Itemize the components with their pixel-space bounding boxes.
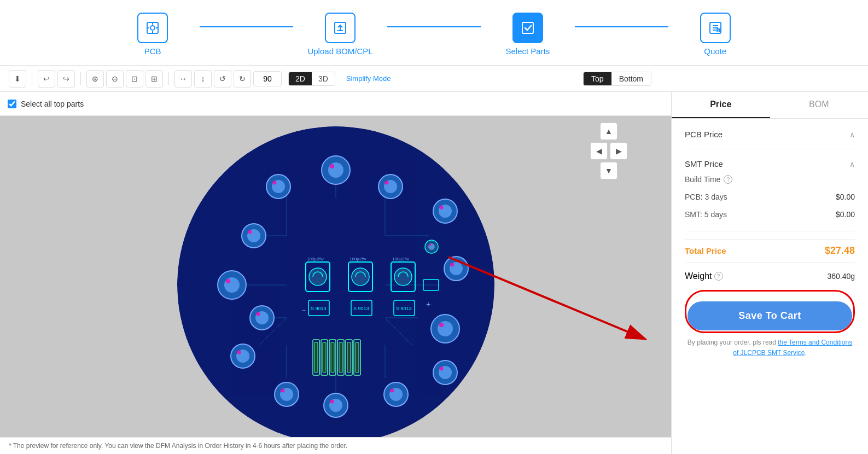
right-panel: Price BOM PCB Price ∧ SMT Price ∧ (671, 92, 868, 454)
panel-tabs: Price BOM (672, 92, 868, 119)
flip-v-btn[interactable]: ↕ (194, 70, 212, 88)
svg-point-105 (429, 244, 431, 246)
svg-rect-96 (314, 342, 318, 372)
smt-price-title: SMT Price (685, 159, 723, 168)
upload-step-icon (325, 13, 356, 43)
smt-days-label: SMT: 5 days (685, 210, 727, 219)
svg-point-36 (272, 181, 276, 185)
wizard-line-2 (387, 26, 481, 27)
build-time-help-icon[interactable]: ? (724, 175, 732, 184)
weight-help-icon[interactable]: ? (714, 272, 723, 281)
svg-rect-97 (323, 342, 326, 372)
pcb-step-icon (137, 13, 168, 43)
wizard-line-1 (200, 26, 293, 27)
nav-down-btn[interactable]: ▼ (600, 162, 617, 179)
wizard-step-quote[interactable]: $ Quote (668, 13, 762, 56)
svg-point-75 (309, 268, 327, 286)
rotate-cw-btn[interactable]: ↻ (234, 70, 251, 88)
redo-btn[interactable]: ↪ (57, 70, 75, 88)
save-cart-wrapper: Save To Cart (685, 290, 855, 333)
pcb-days-label: PCB: 3 days (685, 193, 727, 201)
svg-point-63 (390, 389, 394, 393)
svg-point-72 (439, 367, 443, 371)
svg-text:100µ25v: 100µ25v (349, 257, 366, 261)
panel-body: PCB Price ∧ SMT Price ∧ Build Time ? (672, 119, 868, 454)
terms-suffix: . (805, 349, 806, 357)
wizard-steps: PCB Upload BOM/CPL Selec (106, 13, 762, 56)
nav-up-btn[interactable]: ▲ (600, 123, 617, 140)
terms-prefix: By placing your order, pls read (688, 339, 778, 346)
zoom-out-btn[interactable]: ⊖ (106, 70, 124, 88)
3d-btn[interactable]: 3D (312, 72, 335, 85)
svg-point-69 (248, 230, 252, 234)
nav-right-btn[interactable]: ▶ (610, 142, 627, 160)
tab-bom[interactable]: BOM (770, 92, 869, 118)
download-btn[interactable]: ⬇ (9, 70, 26, 88)
bottom-view-btn[interactable]: Bottom (611, 72, 651, 85)
svg-point-1 (150, 26, 155, 30)
pcb-area: Select all top parts ▲ ◀ ▶ ▼ » (0, 92, 671, 454)
top-bottom-toggle: Top Bottom (583, 72, 651, 86)
fit-view-btn[interactable]: ⊡ (126, 70, 143, 88)
undo-btn[interactable]: ↩ (38, 70, 55, 88)
sep-3 (168, 72, 169, 85)
svg-point-51 (439, 323, 444, 327)
pcb-price-header[interactable]: PCB Price ∧ (685, 127, 855, 141)
select-parts-step-label: Select Parts (505, 46, 550, 56)
total-price-value: $27.48 (825, 245, 855, 257)
toolbar: ⬇ ↩ ↪ ⊕ ⊖ ⊡ ⊞ ↔ ↕ ↺ ↻ 90 2D 3D Simplify … (0, 66, 868, 92)
svg-rect-100 (347, 342, 351, 372)
footer-note-text: * The preview for reference only. You ca… (9, 442, 347, 450)
wizard-line-3 (575, 26, 668, 27)
svg-text:+: + (426, 300, 430, 309)
svg-point-66 (256, 312, 260, 316)
tab-price[interactable]: Price (672, 92, 770, 118)
svg-point-78 (352, 268, 369, 286)
simplify-mode-link[interactable]: Simplify Mode (346, 74, 391, 83)
pcb-price-title: PCB Price (685, 130, 723, 139)
wizard-step-pcb[interactable]: PCB (106, 13, 200, 56)
pcb-topbar: Select all top parts (0, 92, 671, 116)
weight-label-wrap: Weight ? (685, 271, 723, 281)
rotate-ccw-btn[interactable]: ↺ (214, 70, 231, 88)
svg-point-54 (237, 351, 241, 354)
nav-left-btn[interactable]: ◀ (590, 142, 608, 160)
sep-1 (32, 72, 32, 85)
weight-label: Weight (685, 271, 712, 281)
select-rect-btn[interactable]: ⊞ (145, 70, 163, 88)
2d-btn[interactable]: 2D (289, 72, 312, 85)
flip-h-btn[interactable]: ↔ (174, 70, 192, 88)
svg-text:S 9013: S 9013 (396, 306, 412, 311)
select-all-checkbox[interactable] (8, 100, 16, 108)
svg-rect-101 (356, 342, 359, 372)
smt-days-value: $0.00 (836, 210, 855, 219)
angle-input[interactable]: 90 (253, 71, 282, 86)
pcb-canvas: 100µ25v 100µ25v 100µ25v S 9013 S 9013 (0, 116, 671, 454)
smt-price-header[interactable]: SMT Price ∧ (685, 157, 855, 171)
svg-rect-9 (522, 22, 533, 33)
pcb-step-label: PCB (144, 46, 161, 56)
pcb-footer-note: * The preview for reference only. You ca… (0, 437, 671, 454)
svg-rect-98 (331, 342, 334, 372)
save-to-cart-button[interactable]: Save To Cart (688, 301, 852, 330)
svg-text:−: − (302, 306, 306, 314)
pcb-price-chevron: ∧ (849, 130, 855, 139)
smt-days-row: SMT: 5 days $0.00 (685, 206, 855, 223)
svg-point-60 (330, 400, 334, 404)
zoom-in-btn[interactable]: ⊕ (86, 70, 104, 88)
sep-2 (80, 72, 81, 85)
svg-point-33 (330, 164, 334, 168)
smt-price-section: SMT Price ∧ Build Time ? PCB: 3 days $0.… (685, 157, 855, 231)
wizard-step-select-parts[interactable]: Select Parts (481, 13, 574, 56)
build-time-label: Build Time (685, 175, 720, 184)
quote-step-label: Quote (704, 46, 726, 56)
svg-point-42 (439, 206, 443, 209)
pcb-nav-arrows: ▲ ◀ ▶ ▼ (590, 123, 627, 179)
top-view-btn[interactable]: Top (584, 72, 611, 85)
pcb-price-section: PCB Price ∧ (685, 127, 855, 149)
pcb-days-row: PCB: 3 days $0.00 (685, 188, 855, 206)
wizard-step-upload[interactable]: Upload BOM/CPL (293, 13, 387, 56)
svg-text:100µ25v: 100µ25v (392, 257, 409, 261)
svg-rect-99 (339, 342, 342, 372)
wizard-nav: PCB Upload BOM/CPL Selec (0, 0, 868, 66)
